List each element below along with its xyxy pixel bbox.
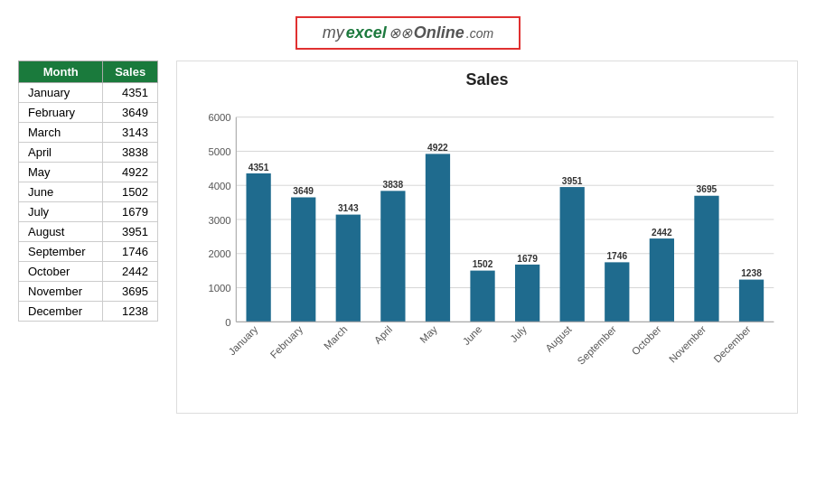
month-cell: March <box>19 123 103 143</box>
sales-cell: 3143 <box>103 123 158 143</box>
svg-text:5000: 5000 <box>208 146 230 157</box>
chart-svg: 01000200030004000500060004351January3649… <box>186 97 788 404</box>
table-row: February3649 <box>19 103 158 123</box>
svg-rect-26 <box>426 154 450 322</box>
table-row: April3838 <box>19 143 158 163</box>
table-row: July1679 <box>19 202 158 222</box>
month-header: Month <box>19 61 103 83</box>
month-cell: October <box>19 262 103 282</box>
svg-rect-14 <box>246 173 270 322</box>
logo-icon: ⊗⊗ <box>389 24 412 42</box>
table-row: October2442 <box>19 262 158 282</box>
svg-text:1238: 1238 <box>741 268 762 278</box>
logo-com: .com <box>466 26 493 41</box>
svg-text:0: 0 <box>225 317 230 328</box>
svg-text:July: July <box>508 323 529 344</box>
svg-text:6000: 6000 <box>208 112 230 123</box>
sales-cell: 2442 <box>103 262 158 282</box>
main-content: Month Sales January4351February3649March… <box>0 61 816 414</box>
table-row: March3143 <box>19 123 158 143</box>
logo-my: my <box>323 23 344 42</box>
month-cell: November <box>19 282 103 302</box>
month-cell: February <box>19 103 103 123</box>
month-cell: May <box>19 163 103 182</box>
chart-container: Sales 01000200030004000500060004351Janua… <box>176 61 798 414</box>
sales-header: Sales <box>103 61 158 83</box>
svg-text:March: March <box>322 323 350 351</box>
sales-cell: 3838 <box>103 143 158 163</box>
chart-title: Sales <box>186 70 788 89</box>
sales-cell: 3951 <box>103 222 158 242</box>
svg-text:3649: 3649 <box>293 186 314 196</box>
sales-cell: 3695 <box>103 282 158 302</box>
svg-text:February: February <box>268 323 305 360</box>
table-row: August3951 <box>19 222 158 242</box>
table-container: Month Sales January4351February3649March… <box>18 61 158 414</box>
table-row: September1746 <box>19 242 158 262</box>
logo-online: Online <box>414 23 464 42</box>
svg-text:November: November <box>667 323 708 365</box>
svg-text:3838: 3838 <box>383 180 404 190</box>
svg-rect-35 <box>560 187 585 322</box>
sales-cell: 1238 <box>103 302 158 322</box>
svg-text:December: December <box>712 323 754 365</box>
svg-text:1746: 1746 <box>606 251 627 261</box>
month-cell: July <box>19 202 103 222</box>
logo-excel: excel <box>346 23 387 42</box>
svg-text:3695: 3695 <box>697 184 718 194</box>
svg-text:3951: 3951 <box>562 176 583 186</box>
sales-cell: 1679 <box>103 202 158 222</box>
sales-cell: 1746 <box>103 242 158 262</box>
sales-cell: 3649 <box>103 103 158 123</box>
svg-text:June: June <box>461 323 484 347</box>
month-cell: August <box>19 222 103 242</box>
svg-text:1679: 1679 <box>517 254 538 264</box>
month-cell: December <box>19 302 103 322</box>
svg-text:January: January <box>227 323 260 357</box>
svg-text:May: May <box>417 323 439 345</box>
svg-rect-38 <box>605 262 629 322</box>
svg-rect-20 <box>336 215 361 322</box>
svg-rect-47 <box>739 280 764 322</box>
svg-text:September: September <box>576 323 619 367</box>
sales-cell: 4922 <box>103 163 158 182</box>
month-cell: September <box>19 242 103 262</box>
table-row: June1502 <box>19 182 158 202</box>
svg-text:4351: 4351 <box>249 163 269 173</box>
svg-rect-41 <box>650 238 674 322</box>
sales-table: Month Sales January4351February3649March… <box>18 61 158 322</box>
svg-text:3143: 3143 <box>338 203 359 213</box>
logo-container: myexcel⊗⊗Online.com <box>0 0 816 50</box>
svg-text:4922: 4922 <box>427 143 448 153</box>
svg-rect-32 <box>515 265 539 322</box>
svg-text:3000: 3000 <box>208 215 230 226</box>
svg-rect-17 <box>291 197 315 322</box>
svg-rect-44 <box>694 196 718 322</box>
svg-text:1000: 1000 <box>208 283 230 294</box>
svg-rect-29 <box>470 271 494 322</box>
sales-cell: 1502 <box>103 182 158 202</box>
table-row: December1238 <box>19 302 158 322</box>
sales-cell: 4351 <box>103 83 158 103</box>
svg-rect-23 <box>380 191 405 322</box>
chart-area: 01000200030004000500060004351January3649… <box>186 97 788 404</box>
svg-text:April: April <box>372 323 395 346</box>
table-row: November3695 <box>19 282 158 302</box>
svg-text:August: August <box>543 323 574 354</box>
table-row: May4922 <box>19 163 158 182</box>
svg-text:October: October <box>630 323 663 357</box>
month-cell: April <box>19 143 103 163</box>
svg-text:4000: 4000 <box>208 181 230 191</box>
month-cell: June <box>19 182 103 202</box>
svg-text:2000: 2000 <box>208 248 230 259</box>
month-cell: January <box>19 83 103 103</box>
svg-text:2442: 2442 <box>652 228 672 238</box>
logo-box: myexcel⊗⊗Online.com <box>295 16 521 50</box>
table-row: January4351 <box>19 83 158 103</box>
svg-text:1502: 1502 <box>473 259 493 269</box>
